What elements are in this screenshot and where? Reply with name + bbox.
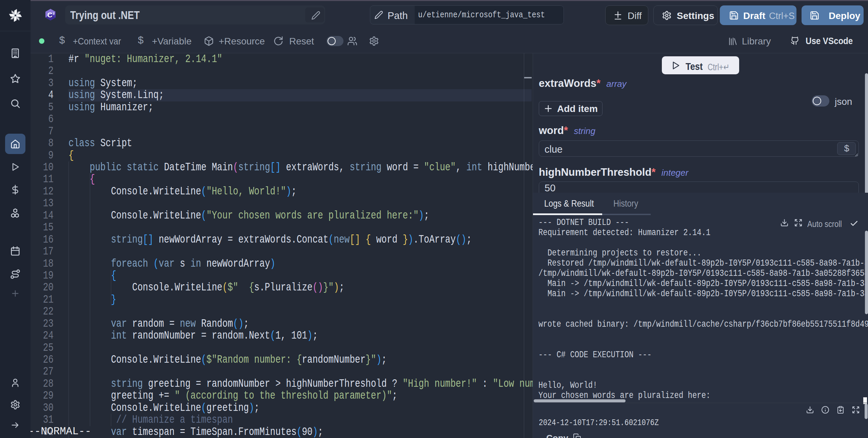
svg-text:#: #: [53, 12, 55, 16]
svg-text:C: C: [47, 11, 52, 19]
